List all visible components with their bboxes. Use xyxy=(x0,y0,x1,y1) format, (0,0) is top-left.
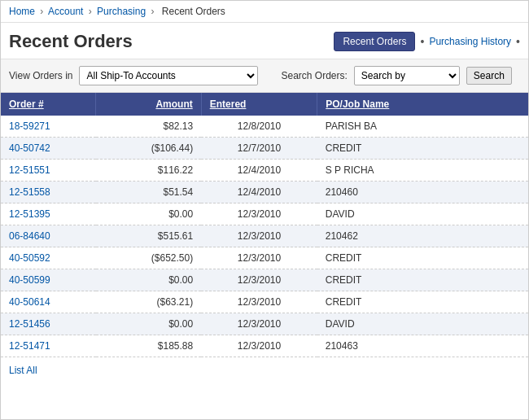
cell-order: 12-51551 xyxy=(1,160,96,182)
cell-amount: ($63.21) xyxy=(96,291,202,313)
col-header-order: Order # xyxy=(1,93,96,116)
order-link[interactable]: 40-50592 xyxy=(9,252,50,264)
order-link[interactable]: 12-51558 xyxy=(9,186,50,198)
breadcrumb-home[interactable]: Home xyxy=(9,6,35,17)
cell-po: CREDIT xyxy=(317,291,528,313)
breadcrumb-current: Recent Orders xyxy=(162,6,225,17)
cell-po: CREDIT xyxy=(317,247,528,269)
cell-amount: $0.00 xyxy=(96,313,202,335)
order-link[interactable]: 40-50614 xyxy=(9,296,50,308)
filter-bar: View Orders in All Ship-To Accounts Sear… xyxy=(1,59,528,93)
order-link[interactable]: 12-51456 xyxy=(9,318,50,330)
cell-amount: $0.00 xyxy=(96,203,202,225)
col-header-amount: Amount xyxy=(96,93,202,116)
cell-entered: 12/3/2010 xyxy=(201,225,317,247)
cell-amount: ($652.50) xyxy=(96,247,202,269)
order-link[interactable]: 12-51395 xyxy=(9,208,50,220)
table-row: 40-50592($652.50)12/3/2010CREDIT xyxy=(1,247,528,269)
table-row: 40-50599$0.0012/3/2010CREDIT xyxy=(1,269,528,291)
cell-entered: 12/4/2010 xyxy=(201,160,317,182)
cell-entered: 12/3/2010 xyxy=(201,291,317,313)
cell-entered: 12/3/2010 xyxy=(201,313,317,335)
cell-amount: $515.61 xyxy=(96,225,202,247)
table-row: 18-59271$82.1312/8/2010PARISH BA xyxy=(1,116,528,138)
header-bar: Recent Orders Recent Orders • Purchasing… xyxy=(1,23,528,59)
cell-entered: 12/8/2010 xyxy=(201,116,317,138)
order-link[interactable]: 40-50599 xyxy=(9,274,50,286)
table-row: 06-84640$515.6112/3/2010210462 xyxy=(1,225,528,247)
breadcrumb-purchasing[interactable]: Purchasing xyxy=(97,6,146,17)
cell-amount: $51.54 xyxy=(96,182,202,203)
page-title: Recent Orders xyxy=(9,31,133,52)
cell-amount: $116.22 xyxy=(96,160,202,182)
order-link[interactable]: 18-59271 xyxy=(9,120,50,132)
order-link[interactable]: 12-51551 xyxy=(9,164,50,176)
cell-order: 40-50614 xyxy=(1,291,96,313)
cell-amount: $0.00 xyxy=(96,269,202,291)
cell-entered: 12/4/2010 xyxy=(201,182,317,203)
cell-order: 12-51395 xyxy=(1,203,96,225)
cell-order: 40-50592 xyxy=(1,247,96,269)
col-sort-po[interactable]: PO/Job Name xyxy=(326,98,389,110)
col-sort-amount[interactable]: Amount xyxy=(155,98,192,110)
cell-po: 210462 xyxy=(317,225,528,247)
ship-to-select[interactable]: All Ship-To Accounts xyxy=(79,66,258,85)
table-row: 12-51471$185.8812/3/2010210463 xyxy=(1,335,528,357)
order-link[interactable]: 40-50742 xyxy=(9,142,50,154)
table-row: 12-51558$51.5412/4/2010210460 xyxy=(1,182,528,203)
recent-orders-button[interactable]: Recent Orders xyxy=(334,32,415,51)
col-header-entered: Entered xyxy=(201,93,317,116)
view-orders-label: View Orders in xyxy=(9,70,72,81)
cell-po: DAVID xyxy=(317,203,528,225)
purchasing-history-link[interactable]: Purchasing History xyxy=(429,36,511,47)
search-orders-label: Search Orders: xyxy=(281,70,347,81)
col-header-po: PO/Job Name xyxy=(317,93,528,116)
cell-po: PARISH BA xyxy=(317,116,528,138)
order-link[interactable]: 12-51471 xyxy=(9,340,50,352)
nav-separator-1: • xyxy=(420,35,424,48)
cell-amount: $185.88 xyxy=(96,335,202,357)
cell-po: 210460 xyxy=(317,182,528,203)
list-all-row: List All xyxy=(1,357,528,383)
cell-po: CREDIT xyxy=(317,269,528,291)
cell-order: 12-51558 xyxy=(1,182,96,203)
cell-po: S P RICHA xyxy=(317,160,528,182)
orders-table: Order # Amount Entered PO/Job Name 18-59… xyxy=(1,93,528,357)
cell-order: 12-51471 xyxy=(1,335,96,357)
cell-order: 40-50599 xyxy=(1,269,96,291)
table-row: 40-50614($63.21)12/3/2010CREDIT xyxy=(1,291,528,313)
cell-po: DAVID xyxy=(317,313,528,335)
orders-tbody: 18-59271$82.1312/8/2010PARISH BA40-50742… xyxy=(1,116,528,357)
cell-entered: 12/7/2010 xyxy=(201,138,317,160)
nav-separator-2: • xyxy=(516,35,520,48)
cell-entered: 12/3/2010 xyxy=(201,335,317,357)
breadcrumb-account[interactable]: Account xyxy=(48,6,83,17)
cell-po: 210463 xyxy=(317,335,528,357)
cell-order: 18-59271 xyxy=(1,116,96,138)
col-sort-order[interactable]: Order # xyxy=(9,98,44,110)
cell-entered: 12/3/2010 xyxy=(201,269,317,291)
search-button[interactable]: Search xyxy=(466,67,512,85)
search-by-select[interactable]: Search byOrder #PO/Job NameAmount xyxy=(354,66,460,85)
cell-po: CREDIT xyxy=(317,138,528,160)
cell-order: 06-84640 xyxy=(1,225,96,247)
cell-entered: 12/3/2010 xyxy=(201,247,317,269)
cell-amount: ($106.44) xyxy=(96,138,202,160)
order-link[interactable]: 06-84640 xyxy=(9,230,50,242)
cell-amount: $82.13 xyxy=(96,116,202,138)
cell-order: 40-50742 xyxy=(1,138,96,160)
cell-order: 12-51456 xyxy=(1,313,96,335)
col-sort-entered[interactable]: Entered xyxy=(210,98,247,110)
breadcrumb: Home › Account › Purchasing › Recent Ord… xyxy=(1,1,528,23)
cell-entered: 12/3/2010 xyxy=(201,203,317,225)
list-all-link[interactable]: List All xyxy=(9,365,37,376)
header-actions: Recent Orders • Purchasing History • xyxy=(334,32,520,51)
table-row: 12-51395$0.0012/3/2010DAVID xyxy=(1,203,528,225)
table-row: 12-51551$116.2212/4/2010S P RICHA xyxy=(1,160,528,182)
table-header-row: Order # Amount Entered PO/Job Name xyxy=(1,93,528,116)
table-row: 12-51456$0.0012/3/2010DAVID xyxy=(1,313,528,335)
table-row: 40-50742($106.44)12/7/2010CREDIT xyxy=(1,138,528,160)
